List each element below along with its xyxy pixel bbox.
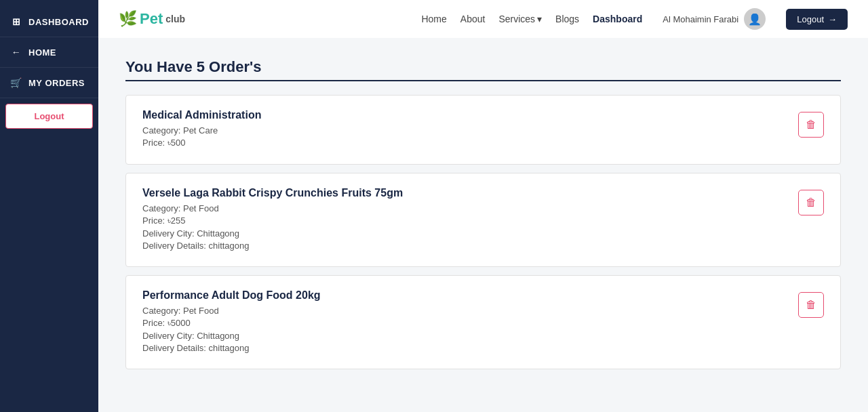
delete-order-button[interactable]: 🗑 [798,190,824,215]
brand-club: club [165,14,185,24]
order-info: Medical Administration Category: Pet Car… [142,109,261,150]
trash-icon: 🗑 [806,299,816,311]
navbar-logout-button[interactable]: Logout → [786,9,848,30]
sidebar-item-my-orders[interactable]: 🛒 MY ORDERS [0,68,98,98]
delete-order-button[interactable]: 🗑 [798,112,824,138]
delete-order-button[interactable]: 🗑 [798,292,824,318]
nav-about[interactable]: About [460,14,486,24]
logout-icon: → [828,14,837,24]
order-title: Performance Adult Dog Food 20kg [142,289,321,302]
navbar: 🌿 Pet club Home About Services ▾ Blogs D… [98,0,868,38]
home-icon: ← [9,45,23,59]
nav-user: Al Mohaimin Farabi 👤 [663,8,766,30]
orders-list: Medical Administration Category: Pet Car… [125,95,841,369]
order-delivery-details: Delivery Details: chittagong [142,343,321,353]
main-content: 🌿 Pet club Home About Services ▾ Blogs D… [98,0,868,412]
order-price: Price: ৳255 [142,215,403,226]
sidebar-item-dashboard[interactable]: ⊞ DASHBOARD [0,7,98,37]
brand: 🌿 Pet club [119,10,185,28]
order-category: Category: Pet Food [142,203,403,213]
dashboard-icon: ⊞ [9,15,23,28]
order-card: Medical Administration Category: Pet Car… [125,95,841,165]
order-delivery-details: Delivery Details: chittagong [142,241,403,251]
trash-icon: 🗑 [806,197,816,209]
avatar: 👤 [744,8,766,30]
sidebar-logout-button[interactable]: Logout [5,104,93,129]
order-price: Price: ৳500 [142,138,261,148]
username-label: Al Mohaimin Farabi [663,14,738,24]
order-card: Performance Adult Dog Food 20kg Category… [125,275,841,369]
title-divider [125,80,841,81]
order-category: Category: Pet Care [142,125,261,136]
nav-blogs[interactable]: Blogs [555,14,579,24]
nav-dashboard[interactable]: Dashboard [593,14,642,24]
cart-icon: 🛒 [9,76,23,89]
paw-icon: 🌿 [119,10,137,28]
trash-icon: 🗑 [806,119,816,131]
order-delivery-city: Delivery City: Chittagong [142,228,403,239]
page-title: You Have 5 Order's [125,58,841,76]
nav-services[interactable]: Services ▾ [498,14,542,24]
order-info: Performance Adult Dog Food 20kg Category… [142,289,321,355]
chevron-down-icon: ▾ [537,14,542,24]
sidebar-item-home[interactable]: ← HOME [0,37,98,68]
nav-home[interactable]: Home [421,14,446,24]
order-price: Price: ৳5000 [142,318,321,329]
order-category: Category: Pet Food [142,306,321,316]
sidebar: ⊞ DASHBOARD ← HOME 🛒 MY ORDERS Logout [0,0,98,412]
order-title: Versele Laga Rabbit Crispy Crunchies Fru… [142,187,403,199]
order-delivery-city: Delivery City: Chittagong [142,331,321,341]
order-title: Medical Administration [142,109,261,121]
order-info: Versele Laga Rabbit Crispy Crunchies Fru… [142,187,403,253]
order-card: Versele Laga Rabbit Crispy Crunchies Fru… [125,173,841,267]
page-content: You Have 5 Order's Medical Administratio… [98,38,868,412]
nav-links: Home About Services ▾ Blogs Dashboard Al… [421,8,848,30]
brand-pet: Pet [140,10,163,28]
